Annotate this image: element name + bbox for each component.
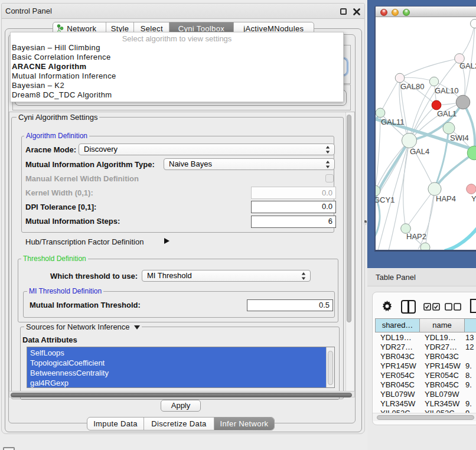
svg-text:SWI4: SWI4 xyxy=(450,133,469,142)
svg-text:Y: Y xyxy=(471,194,476,203)
svg-text:GAL11: GAL11 xyxy=(381,118,405,126)
svg-text:GAL2: GAL2 xyxy=(459,61,476,70)
svg-text:HAP2: HAP2 xyxy=(406,232,426,241)
svg-text:GCY1: GCY1 xyxy=(376,195,395,204)
svg-text:HAP4: HAP4 xyxy=(436,194,456,203)
svg-text:GAL10: GAL10 xyxy=(435,86,458,95)
svg-text:GAL80: GAL80 xyxy=(400,82,424,91)
svg-text:GAL4: GAL4 xyxy=(410,147,429,156)
svg-text:GAL1: GAL1 xyxy=(437,109,457,118)
